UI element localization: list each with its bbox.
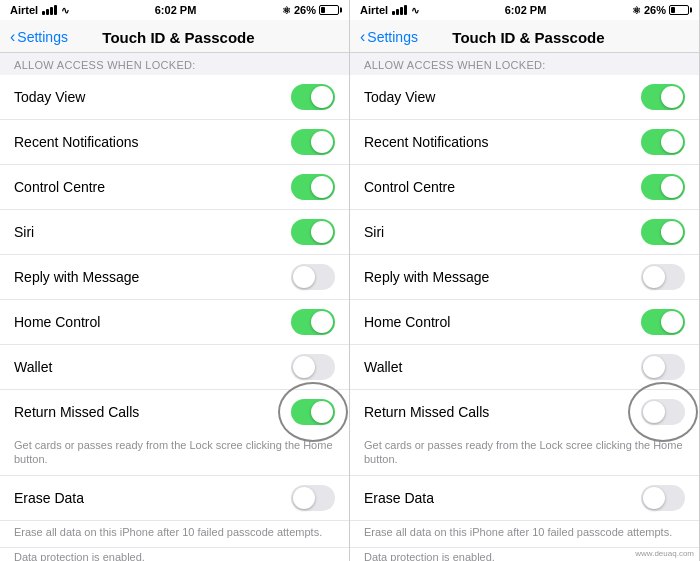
signal-bars-right [392,5,407,15]
toggle-control-centre-left[interactable] [291,174,335,200]
item-label: Siri [14,224,291,240]
list-item: Home Control [0,300,349,345]
toggle-reply-right[interactable] [641,264,685,290]
back-label-right: Settings [367,29,418,45]
back-button-left[interactable]: ‹ Settings [10,28,68,46]
list-item: Control Centre [0,165,349,210]
item-label: Return Missed Calls [364,404,641,420]
toggle-description-right: Get cards or passes ready from the Lock … [350,434,699,476]
toggle-return-missed-right[interactable] [641,399,685,425]
toggle-erase-right[interactable] [641,485,685,511]
item-label: Home Control [14,314,291,330]
toggle-today-view-left[interactable] [291,84,335,110]
page-title-left: Touch ID & Passcode [68,29,289,46]
wifi-icon-right: ∿ [411,5,419,16]
toggle-today-view-right[interactable] [641,84,685,110]
battery-pct-right: 26% [644,4,666,16]
list-item: Wallet [350,345,699,390]
list-item-return-missed-left: Return Missed Calls [0,390,349,434]
section-header-left: ALLOW ACCESS WHEN LOCKED: [0,53,349,75]
list-item: Recent Notifications [350,120,699,165]
settings-list-right: Today View Recent Notifications Control … [350,75,699,434]
watermark: www.deuaq.com [635,549,694,558]
list-item: Reply with Message [0,255,349,300]
toggle-siri-left[interactable] [291,219,335,245]
left-panel: Airtel ∿ 6:02 PM ⚛ 26% ‹ Settings Touch … [0,0,350,561]
carrier-left: Airtel [10,4,38,16]
toggle-return-missed-wrapper-left [291,399,335,425]
nav-bar-left: ‹ Settings Touch ID & Passcode [0,20,349,53]
list-item: Today View [0,75,349,120]
erase-label-right: Erase Data [364,490,641,506]
item-label: Recent Notifications [364,134,641,150]
section-header-right: ALLOW ACCESS WHEN LOCKED: [350,53,699,75]
toggle-return-missed-wrapper-right [641,399,685,425]
item-label: Reply with Message [14,269,291,285]
battery-pct-left: 26% [294,4,316,16]
list-item-return-missed-right: Return Missed Calls [350,390,699,434]
toggle-wallet-left[interactable] [291,354,335,380]
battery-right [669,5,689,15]
toggle-home-left[interactable] [291,309,335,335]
item-label: Home Control [364,314,641,330]
item-label: Wallet [364,359,641,375]
list-item: Wallet [0,345,349,390]
item-label: Recent Notifications [14,134,291,150]
erase-description-right: Erase all data on this iPhone after 10 f… [350,521,699,548]
toggle-recent-notif-right[interactable] [641,129,685,155]
back-chevron-right: ‹ [360,28,365,46]
toggle-description-left: Get cards or passes ready from the Lock … [0,434,349,476]
toggle-wallet-right[interactable] [641,354,685,380]
list-item: Reply with Message [350,255,699,300]
toggle-control-centre-right[interactable] [641,174,685,200]
list-item: Home Control [350,300,699,345]
time-right: 6:02 PM [505,4,547,16]
battery-left [319,5,339,15]
erase-section-left: Erase Data Erase all data on this iPhone… [0,476,349,561]
toggle-reply-left[interactable] [291,264,335,290]
nav-bar-right: ‹ Settings Touch ID & Passcode [350,20,699,53]
back-label-left: Settings [17,29,68,45]
back-button-right[interactable]: ‹ Settings [360,28,418,46]
right-panel: Airtel ∿ 6:02 PM ⚛ 26% ‹ Settings Touch … [350,0,700,561]
item-label: Siri [364,224,641,240]
bluetooth-icon-right: ⚛ [632,5,641,16]
toggle-erase-left[interactable] [291,485,335,511]
erase-item-right: Erase Data [350,476,699,521]
wifi-icon-left: ∿ [61,5,69,16]
toggle-siri-right[interactable] [641,219,685,245]
page-title-right: Touch ID & Passcode [418,29,639,46]
item-label: Control Centre [364,179,641,195]
list-item: Siri [350,210,699,255]
item-label: Reply with Message [364,269,641,285]
item-label: Today View [14,89,291,105]
status-bar-left: Airtel ∿ 6:02 PM ⚛ 26% [0,0,349,20]
erase-note-left: Data protection is enabled. [0,548,349,561]
back-chevron-left: ‹ [10,28,15,46]
settings-list-left: Today View Recent Notifications Control … [0,75,349,434]
toggle-recent-notif-left[interactable] [291,129,335,155]
list-item: Recent Notifications [0,120,349,165]
list-item: Siri [0,210,349,255]
list-item: Today View [350,75,699,120]
item-label: Return Missed Calls [14,404,291,420]
item-label: Today View [364,89,641,105]
carrier-right: Airtel [360,4,388,16]
signal-bars-left [42,5,57,15]
erase-item-left: Erase Data [0,476,349,521]
status-bar-right: Airtel ∿ 6:02 PM ⚛ 26% [350,0,699,20]
list-item: Control Centre [350,165,699,210]
erase-label-left: Erase Data [14,490,291,506]
item-label: Wallet [14,359,291,375]
item-label: Control Centre [14,179,291,195]
toggle-home-right[interactable] [641,309,685,335]
toggle-return-missed-left[interactable] [291,399,335,425]
bluetooth-icon-left: ⚛ [282,5,291,16]
erase-description-left: Erase all data on this iPhone after 10 f… [0,521,349,548]
time-left: 6:02 PM [155,4,197,16]
